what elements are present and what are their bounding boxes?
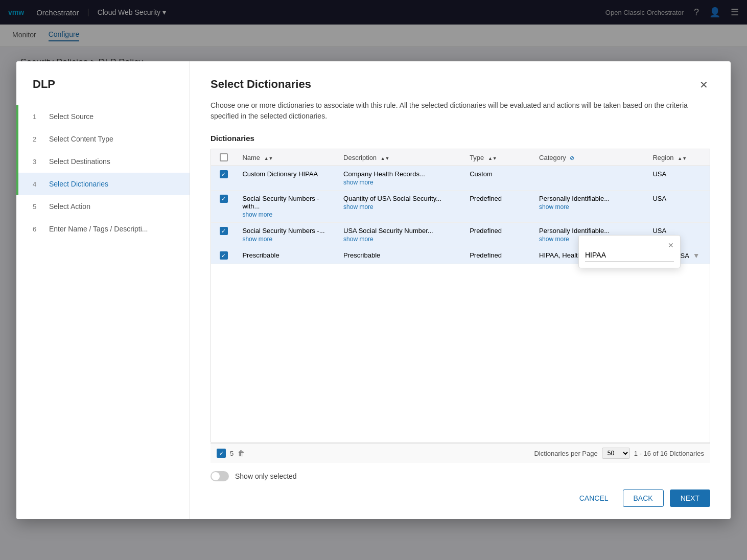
row-1-category (533, 166, 646, 191)
step-2[interactable]: 2 Select Content Type (16, 128, 190, 150)
row-1-region: USA (646, 166, 710, 191)
modal-description: Choose one or more dictionaries to assoc… (211, 100, 710, 122)
row-2-category: Personally Identifiable... show more (533, 191, 646, 223)
sidebar-title: DLP (16, 78, 190, 105)
modal-sidebar: DLP 1 Select Source 2 Select Content Typ… (16, 61, 190, 519)
next-button[interactable]: NEXT (670, 489, 710, 507)
row-4-check-cell: ✓ (211, 247, 236, 264)
trash-icon[interactable]: 🗑 (238, 449, 245, 457)
modal-main-content: Select Dictionaries ✕ Choose one or more… (190, 61, 731, 519)
dictionaries-table-container: Name ▲▼ Description ▲▼ Type ▲▼ Categor (211, 149, 710, 443)
table-row: ✓ Social Security Numbers - with... show… (211, 191, 710, 223)
row-2-description: Quantity of USA Social Security... show … (337, 191, 463, 223)
step-1-label: Select Source (49, 112, 94, 121)
row-3-check-cell: ✓ (211, 223, 236, 247)
toggle-label: Show only selected (235, 472, 297, 480)
category-filter-input[interactable] (585, 249, 674, 262)
row-1-type: Custom (463, 166, 533, 191)
pagination-area: Dictionaries per Page 50 25 100 1 - 16 o… (534, 448, 704, 459)
step-4-number: 4 (33, 180, 44, 188)
show-only-selected-toggle[interactable] (211, 471, 229, 481)
row-1-name: Custom Dictionary HIPAA (236, 166, 337, 191)
row-4-type: Predefined (463, 247, 533, 264)
row-2-check-cell: ✓ (211, 191, 236, 223)
per-page-label: Dictionaries per Page (534, 450, 597, 457)
step-6-number: 6 (33, 225, 44, 233)
step-4[interactable]: 4 Select Dictionaries (16, 173, 190, 195)
step-2-number: 2 (33, 135, 44, 143)
table-footer: ✓ 5 🗑 Dictionaries per Page 50 25 100 1 … (211, 443, 710, 463)
back-button[interactable]: BACK (623, 489, 664, 507)
header-region[interactable]: Region ▲▼ (646, 149, 710, 166)
row-3-type: Predefined (463, 223, 533, 247)
step-1-number: 1 (33, 113, 44, 121)
select-all-checkbox[interactable] (220, 153, 228, 161)
section-label: Dictionaries (211, 134, 710, 143)
row-2-region: USA (646, 191, 710, 223)
header-check (211, 149, 236, 166)
row-1-check-cell: ✓ (211, 166, 236, 191)
selected-count-area: ✓ 5 🗑 (217, 449, 245, 458)
row-1-desc-show-more[interactable]: show more (343, 179, 457, 186)
step-3-number: 3 (33, 158, 44, 166)
row-3-desc-show-more[interactable]: show more (343, 236, 457, 243)
step-3-label: Select Destinations (49, 157, 110, 166)
name-sort-icons: ▲▼ (264, 156, 273, 161)
desc-sort-icons: ▲▼ (381, 156, 390, 161)
step-1[interactable]: 1 Select Source (16, 105, 190, 128)
row-4-name: Prescribable (236, 247, 337, 264)
header-category[interactable]: Category ⊘ (533, 149, 646, 166)
step-5[interactable]: 5 Select Action (16, 195, 190, 218)
row-3-checkbox[interactable]: ✓ (220, 227, 228, 235)
modal-title: Select Dictionaries (211, 78, 311, 91)
table-row: ✓ Custom Dictionary HIPAA Company Health… (211, 166, 710, 191)
row-2-type: Predefined (463, 191, 533, 223)
row-3-name-show-more[interactable]: show more (242, 236, 331, 243)
footer-checkbox[interactable]: ✓ (217, 449, 226, 458)
modal-dialog: DLP 1 Select Source 2 Select Content Typ… (16, 61, 731, 519)
close-button[interactable]: ✕ (697, 78, 710, 92)
step-2-label: Select Content Type (49, 135, 113, 143)
row-3-name: Social Security Numbers -... show more (236, 223, 337, 247)
row-2-name-show-more[interactable]: show more (242, 211, 331, 218)
modal-footer: CANCEL BACK NEXT (211, 489, 710, 507)
header-type[interactable]: Type ▲▼ (463, 149, 533, 166)
row-4-checkbox[interactable]: ✓ (220, 251, 228, 260)
table-header-row: Name ▲▼ Description ▲▼ Type ▲▼ Categor (211, 149, 710, 166)
pagination-info: 1 - 16 of 16 Dictionaries (634, 450, 704, 457)
step-list: 1 Select Source 2 Select Content Type 3 … (16, 105, 190, 240)
category-filter-popup: ✕ (578, 235, 681, 268)
step-6-label: Enter Name / Tags / Descripti... (49, 225, 148, 233)
scroll-down-icon: ▼ (693, 251, 700, 260)
row-2-checkbox[interactable]: ✓ (220, 195, 228, 203)
step-4-label: Select Dictionaries (49, 180, 108, 188)
row-2-desc-show-more[interactable]: show more (343, 203, 457, 211)
step-6[interactable]: 6 Enter Name / Tags / Descripti... (16, 218, 190, 240)
step-5-number: 5 (33, 203, 44, 211)
step-3[interactable]: 3 Select Destinations (16, 150, 190, 173)
category-filter-icon[interactable]: ⊘ (570, 155, 574, 161)
header-description[interactable]: Description ▲▼ (337, 149, 463, 166)
popup-close-button[interactable]: ✕ (668, 242, 674, 249)
toggle-knob (212, 472, 220, 480)
per-page-select[interactable]: 50 25 100 (602, 448, 630, 459)
modal-header: Select Dictionaries ✕ (211, 78, 710, 92)
row-2-name: Social Security Numbers - with... show m… (236, 191, 337, 223)
row-1-description: Company Health Records... show more (337, 166, 463, 191)
row-2-cat-show-more[interactable]: show more (539, 203, 640, 211)
row-3-description: USA Social Security Number... show more (337, 223, 463, 247)
row-4-description: Prescribable (337, 247, 463, 264)
step-5-label: Select Action (49, 202, 90, 211)
type-sort-icons: ▲▼ (488, 156, 497, 161)
toggle-row: Show only selected (211, 471, 710, 481)
header-name[interactable]: Name ▲▼ (236, 149, 337, 166)
region-sort-icons: ▲▼ (678, 156, 687, 161)
cancel-button[interactable]: CANCEL (571, 490, 617, 506)
row-1-checkbox[interactable]: ✓ (220, 170, 228, 178)
selected-count-label: 5 (230, 450, 234, 457)
